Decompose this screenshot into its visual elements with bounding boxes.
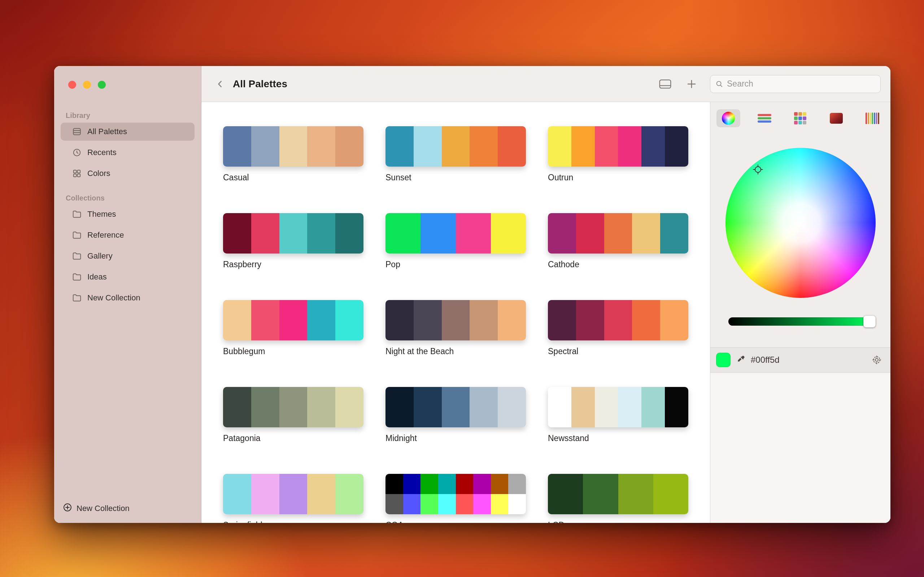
close-button[interactable] [68, 81, 76, 89]
palette-card-patagonia[interactable]: Patagonia [223, 387, 363, 443]
palette-swatch [491, 213, 526, 253]
tab-color-sliders[interactable] [753, 109, 776, 127]
palette-swatch [403, 474, 421, 494]
palette-strip [223, 474, 363, 514]
palette-swatch [307, 387, 335, 427]
palette-card-pop[interactable]: Pop [386, 213, 526, 269]
current-color-row: #00ff5d [710, 347, 890, 372]
back-button[interactable] [214, 76, 226, 92]
palette-card-outrun[interactable]: Outrun [548, 126, 688, 182]
tab-pencils[interactable] [861, 109, 884, 127]
color-hex-value: #00ff5d [751, 355, 780, 365]
add-palette-button[interactable] [685, 77, 698, 91]
palette-swatch [456, 213, 491, 253]
palette-name: Cathode [548, 259, 688, 269]
tab-color-palettes[interactable] [788, 109, 812, 127]
palette-strip [548, 213, 688, 253]
eyedropper-icon[interactable] [736, 355, 745, 365]
palette-card-casual[interactable]: Casual [223, 126, 363, 182]
palette-card-night-at-the-beach[interactable]: Night at the Beach [386, 300, 526, 356]
settings-gear-icon[interactable] [872, 355, 882, 365]
palette-swatch [618, 387, 641, 427]
palette-swatch [473, 494, 491, 514]
palette-name: Pop [386, 259, 526, 269]
sidebar-item-themes[interactable]: Themes [61, 205, 195, 223]
tab-color-wheel[interactable] [716, 109, 740, 127]
tab-image-palettes[interactable] [824, 109, 848, 127]
sidebar-item-label: Themes [87, 210, 116, 219]
palette-card-newsstand[interactable]: Newsstand [548, 387, 688, 443]
palette-swatch [491, 494, 509, 514]
color-grid-icon [71, 169, 82, 178]
sidebar-item-recents[interactable]: Recents [61, 143, 195, 161]
search-icon [716, 80, 723, 88]
pencils-tab-icon [866, 113, 879, 124]
sidebar-item-gallery[interactable]: Gallery [61, 247, 195, 265]
palette-strip-row [386, 474, 526, 494]
brightness-slider[interactable] [729, 318, 875, 326]
palette-swatch [491, 474, 509, 494]
palette-swatch [223, 126, 251, 167]
palette-name: Springfield [223, 520, 363, 523]
palette-swatch [571, 387, 595, 427]
inspector-bottom-panel [710, 373, 890, 523]
palette-swatch [604, 300, 632, 340]
palette-swatch [442, 387, 470, 427]
palette-swatch [632, 213, 660, 253]
palette-swatch [251, 126, 279, 167]
color-wheel[interactable] [725, 148, 876, 298]
palette-card-sunset[interactable]: Sunset [386, 126, 526, 182]
palette-swatch [548, 213, 576, 253]
toolbar-right [657, 75, 881, 93]
slider-handle[interactable] [863, 316, 876, 327]
new-collection-button[interactable]: New Collection [63, 503, 129, 514]
palette-swatch [456, 474, 473, 494]
palette-swatch [665, 126, 688, 167]
sidebar-item-reference[interactable]: Reference [61, 226, 195, 244]
palette-swatch [307, 474, 335, 514]
palette-card-bubblegum[interactable]: Bubblegum [223, 300, 363, 356]
palette-strip [548, 474, 688, 514]
palette-card-raspberry[interactable]: Raspberry [223, 213, 363, 269]
palette-swatch [279, 126, 307, 167]
palette-card-lcd[interactable]: LCD [548, 474, 688, 523]
gallery-view-icon [659, 79, 672, 89]
sidebar-item-new-collection[interactable]: New Collection [61, 289, 195, 307]
palette-swatch [414, 126, 442, 167]
gallery-view-button[interactable] [657, 77, 673, 90]
color-inspector: #00ff5d [710, 102, 890, 523]
palette-card-midnight[interactable]: Midnight [386, 387, 526, 443]
current-color-swatch [716, 353, 730, 367]
toolbar: All Palettes [201, 66, 890, 102]
palette-swatch [386, 387, 414, 427]
minimize-button[interactable] [83, 81, 91, 89]
palette-swatch [641, 126, 665, 167]
zoom-button[interactable] [98, 81, 106, 89]
palette-swatch [470, 126, 498, 167]
palette-card-springfield[interactable]: Springfield [223, 474, 363, 523]
palette-strip [386, 300, 526, 340]
palette-card-cathode[interactable]: Cathode [548, 213, 688, 269]
color-palettes-tab-icon [794, 112, 806, 124]
palette-swatch [223, 474, 251, 514]
palette-swatch [335, 387, 363, 427]
palette-swatch [653, 474, 688, 514]
sidebar-item-all-palettes[interactable]: All Palettes [61, 122, 195, 141]
palette-card-cga[interactable]: CGA [386, 474, 526, 523]
palette-rows-icon [71, 127, 82, 136]
sidebar-item-colors[interactable]: Colors [61, 164, 195, 182]
palette-swatch [604, 213, 632, 253]
color-wheel-tab-icon [722, 112, 735, 125]
search-field[interactable] [710, 75, 881, 93]
palette-swatch [307, 300, 335, 340]
palette-name: Bubblegum [223, 346, 363, 356]
palette-swatch [386, 474, 403, 494]
toolbar-left: All Palettes [214, 76, 287, 92]
color-crosshair[interactable] [753, 164, 763, 175]
window-controls [68, 81, 106, 89]
palette-swatch [251, 387, 279, 427]
search-input[interactable] [727, 79, 875, 89]
sidebar-item-ideas[interactable]: Ideas [61, 268, 195, 286]
palette-card-spectral[interactable]: Spectral [548, 300, 688, 356]
palette-swatch [442, 126, 470, 167]
